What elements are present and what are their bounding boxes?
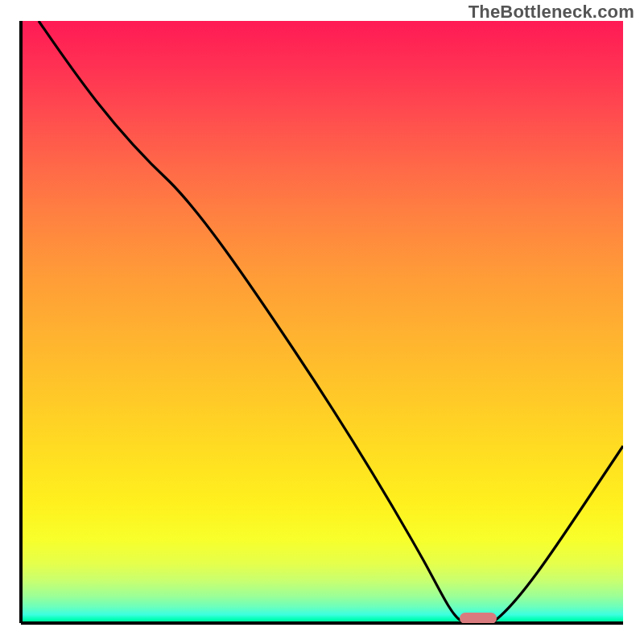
bottleneck-chart: TheBottleneck.com <box>0 0 644 644</box>
optimal-point-marker <box>460 613 497 623</box>
watermark-label: TheBottleneck.com <box>469 2 634 23</box>
curve-path <box>39 21 623 620</box>
plot-area <box>21 21 623 623</box>
bottleneck-curve <box>21 21 623 623</box>
